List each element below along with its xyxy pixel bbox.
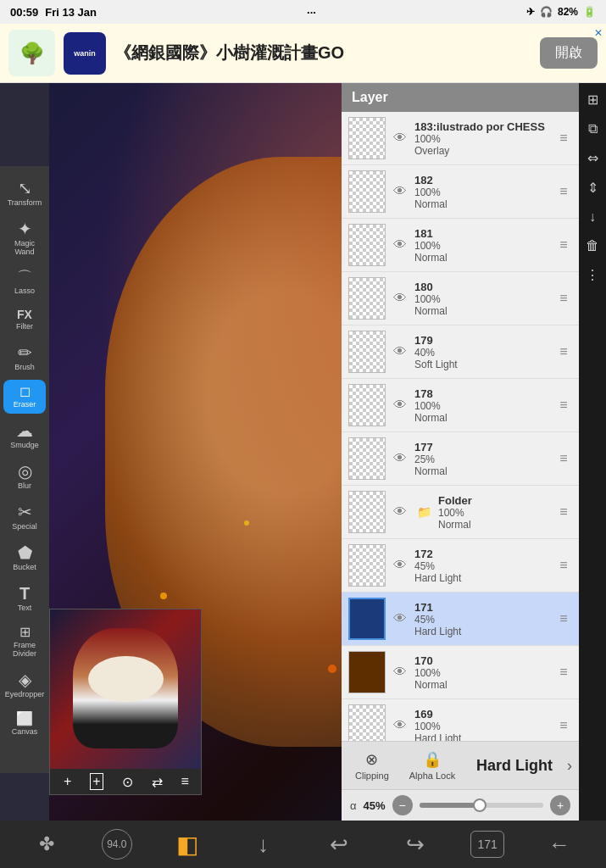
layer-item-172[interactable]: 👁 172 45% Hard Light ≡ xyxy=(342,539,579,593)
layer-menu-170[interactable]: ≡ xyxy=(555,664,572,681)
layer-item-177[interactable]: 👁 177 25% Normal ≡ xyxy=(342,432,579,486)
add-button[interactable]: + xyxy=(64,774,71,789)
move-down-button[interactable]: ↓ xyxy=(242,832,285,858)
frame-divider-icon: ⊞ xyxy=(19,626,31,639)
grid-icon[interactable]: ⊞ xyxy=(584,88,602,111)
add-layer-button[interactable]: + xyxy=(90,773,103,790)
more-options-icon[interactable]: ⋮ xyxy=(582,264,603,287)
layer-menu-182[interactable]: ≡ xyxy=(555,183,572,200)
layer-item-folder[interactable]: 👁 📁 Folder 100% Normal ≡ xyxy=(342,486,579,539)
opacity-slider-thumb[interactable] xyxy=(473,798,486,812)
layer-info-171: 171 45% Hard Light xyxy=(414,601,550,637)
redo-button[interactable]: ↪ xyxy=(394,832,436,858)
flip-button[interactable]: ⇄ xyxy=(152,774,163,790)
opacity-slider[interactable] xyxy=(420,803,543,808)
layer-thumb-172 xyxy=(348,544,386,587)
layer-visibility-179[interactable]: 👁 xyxy=(391,342,409,361)
layer-visibility-170[interactable]: 👁 xyxy=(391,663,409,682)
layer-menu-folder[interactable]: ≡ xyxy=(555,504,572,520)
tool-bucket[interactable]: ⬟ Bucket xyxy=(3,539,46,576)
eraser-icon: ◻ xyxy=(19,385,31,398)
eyedropper-icon: ◈ xyxy=(19,671,31,688)
layer-visibility-182[interactable]: 👁 xyxy=(391,182,409,201)
layer-item-179[interactable]: 👁 179 40% Soft Light ≡ xyxy=(342,326,579,379)
layer-item-182[interactable]: 👁 182 100% Normal ≡ xyxy=(342,165,579,219)
transform-nav-button[interactable]: ◧ xyxy=(166,831,208,859)
tool-canvas[interactable]: ⬜ Canvas xyxy=(3,707,46,741)
layers-icon[interactable]: ⧉ xyxy=(585,118,601,140)
alpha-lock-icon: 🔒 xyxy=(423,750,442,769)
layer-menu-180[interactable]: ≡ xyxy=(555,290,572,307)
opacity-slider-fill xyxy=(420,803,475,808)
layer-menu-183[interactable]: ≡ xyxy=(555,130,572,147)
layer-visibility-183[interactable]: 👁 xyxy=(391,129,409,147)
layer-menu-171[interactable]: ≡ xyxy=(555,610,572,627)
layer-thumb-177 xyxy=(348,437,386,480)
tool-blur[interactable]: ◎ Blur xyxy=(3,458,46,495)
clipping-icon: ⊗ xyxy=(365,750,378,769)
layer-info-181: 181 100% Normal xyxy=(414,227,550,264)
undo-button[interactable]: ↩ xyxy=(318,832,360,858)
layer-visibility-177[interactable]: 👁 xyxy=(391,449,409,468)
layer-menu-169[interactable]: ≡ xyxy=(555,717,572,734)
tool-magic-wand[interactable]: ✦ Magic Wand xyxy=(3,215,46,261)
alpha-lock-button[interactable]: 🔒 Alpha Lock xyxy=(403,747,462,784)
mirror-icon[interactable]: ⇔ xyxy=(584,147,602,170)
tool-brush[interactable]: ✏ Brush xyxy=(3,339,46,376)
layer-info-179: 179 40% Soft Light xyxy=(414,334,550,370)
camera-button[interactable]: ⊙ xyxy=(122,774,133,790)
tool-transform[interactable]: ⤡ Transform xyxy=(3,175,46,212)
layer-visibility-169[interactable]: 👁 xyxy=(391,716,409,735)
flip-vertical-icon[interactable]: ⇕ xyxy=(584,176,602,199)
layer-item-178[interactable]: 👁 178 100% Normal ≡ xyxy=(342,379,579,432)
tool-filter[interactable]: FX Filter xyxy=(3,303,46,336)
more-button[interactable]: ≡ xyxy=(181,774,189,789)
bottom-bar: ✤ 94.0 ◧ ↓ ↩ ↪ 171 ← xyxy=(0,821,606,868)
layer-menu-179[interactable]: ≡ xyxy=(555,343,572,360)
layer-visibility-181[interactable]: 👁 xyxy=(391,236,409,254)
selection-tool-button[interactable]: ✤ xyxy=(25,833,68,855)
layer-bottom-controls: ⊗ Clipping 🔒 Alpha Lock Hard Light › α 4… xyxy=(342,741,579,821)
opacity-decrease-button[interactable]: − xyxy=(392,795,413,815)
layer-visibility-172[interactable]: 👁 xyxy=(391,556,409,575)
layer-panel-header: Layer xyxy=(342,83,579,112)
preview-controls: + + ⊙ ⇄ ≡ xyxy=(50,769,202,794)
folder-icon: 📁 xyxy=(414,503,433,521)
tool-frame-divider[interactable]: ⊞ Frame Divider xyxy=(3,620,46,663)
text-icon: T xyxy=(19,585,30,602)
layer-visibility-folder[interactable]: 👁 xyxy=(391,503,409,521)
ad-close-button[interactable]: ✕ xyxy=(594,27,603,39)
brush-icon: ✏ xyxy=(18,344,32,361)
layer-visibility-171[interactable]: 👁 xyxy=(391,609,409,628)
layer-item-169[interactable]: 👁 169 100% Hard Light ≡ xyxy=(342,699,579,741)
tool-smudge[interactable]: ☁ Smudge xyxy=(3,417,46,454)
layer-menu-172[interactable]: ≡ xyxy=(555,557,572,574)
tool-text[interactable]: T Text xyxy=(3,580,46,617)
layer-item-170[interactable]: 👁 170 100% Normal ≡ xyxy=(342,646,579,699)
back-button[interactable]: ← xyxy=(538,832,581,858)
layer-item-171[interactable]: 👁 171 45% Hard Light ≡ xyxy=(342,593,579,646)
version-button[interactable]: 94.0 xyxy=(102,829,132,860)
layer-visibility-180[interactable]: 👁 xyxy=(391,289,409,308)
tool-lasso[interactable]: ⌒ Lasso xyxy=(3,264,46,300)
clipping-button[interactable]: ⊗ Clipping xyxy=(348,747,396,784)
download-icon[interactable]: ↓ xyxy=(586,206,599,228)
particle xyxy=(244,520,249,526)
layer-item-181[interactable]: 👁 181 100% Normal ≡ xyxy=(342,219,579,272)
layer-item-180[interactable]: 👁 180 100% Normal ≡ xyxy=(342,272,579,326)
ad-open-button[interactable]: 開啟 xyxy=(540,37,598,69)
layer-menu-178[interactable]: ≡ xyxy=(555,397,572,414)
tool-eraser[interactable]: ◻ Eraser xyxy=(3,380,46,414)
trash-icon[interactable]: 🗑 xyxy=(582,235,603,257)
layer-item-183[interactable]: 👁 183:ilustrado por CHESS 100% Overlay ≡ xyxy=(342,112,579,165)
opacity-bar: α 45% − + xyxy=(342,789,579,821)
layer-info-169: 169 100% Hard Light xyxy=(414,708,550,742)
layer-menu-177[interactable]: ≡ xyxy=(555,450,572,467)
layer-visibility-178[interactable]: 👁 xyxy=(391,396,409,415)
opacity-increase-button[interactable]: + xyxy=(550,795,570,815)
tool-eyedropper[interactable]: ◈ Eyedropper xyxy=(3,666,46,704)
layer-menu-181[interactable]: ≡ xyxy=(555,236,572,253)
tool-special[interactable]: ✂ Special xyxy=(3,498,46,536)
blend-mode-arrow[interactable]: › xyxy=(567,757,572,775)
layer-number-button[interactable]: 171 xyxy=(470,831,504,858)
